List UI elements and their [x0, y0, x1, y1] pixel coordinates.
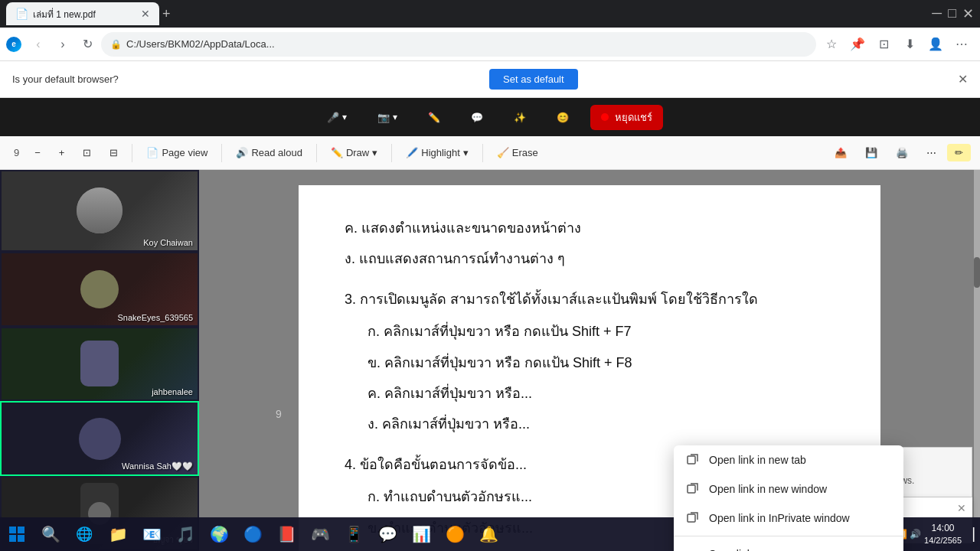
pdf-scrollbar-thumb[interactable] — [974, 257, 980, 288]
page-view-button[interactable]: 📄 Page view — [139, 144, 215, 161]
camera-button[interactable]: 📷 ▾ — [368, 107, 407, 128]
explorer-taskbar-icon: 📁 — [109, 525, 128, 543]
search-taskbar-button[interactable]: 🔍 — [35, 519, 66, 549]
tab-close-button[interactable]: ✕ — [141, 8, 150, 20]
save-button[interactable]: 💾 — [858, 144, 885, 161]
refresh-button[interactable]: ↻ — [77, 34, 98, 55]
pen-icon: ✏️ — [428, 112, 440, 123]
settings-button[interactable]: ⋯ — [949, 32, 974, 57]
address-text: C:/Users/BKM02/AppData/Loca... — [126, 38, 807, 50]
share-button[interactable]: 📤 — [827, 144, 854, 161]
profile-button[interactable]: 👤 — [923, 32, 948, 57]
app3-taskbar-icon: 📱 — [345, 525, 364, 543]
emoji-icon: 😊 — [557, 112, 569, 123]
pdf-line-3a: ก. คลิกเมาส์ที่ปุ่มขวา หรือ กดแป้น Shift… — [368, 319, 835, 344]
more-button[interactable]: ⋯ — [919, 144, 944, 161]
read-aloud-icon: 🔊 — [236, 147, 248, 158]
effects-button[interactable]: ✨ — [505, 107, 535, 128]
close-default-bar-button[interactable]: ✕ — [958, 72, 968, 86]
emoji-button[interactable]: 😊 — [547, 107, 578, 128]
notification-close-button[interactable]: ✕ — [957, 502, 966, 514]
close-button[interactable]: ✕ — [962, 5, 974, 22]
explorer-taskbar-button[interactable]: 📁 — [103, 519, 133, 549]
chat-button[interactable]: 💬 — [462, 107, 492, 128]
zoom-out-button[interactable]: − — [27, 144, 48, 161]
set-default-button[interactable]: Set as default — [489, 69, 578, 90]
collections-button[interactable]: 📌 — [845, 32, 870, 57]
context-menu-open-new-tab[interactable]: Open link in new tab — [674, 445, 903, 474]
app5-taskbar-button[interactable]: 🔔 — [473, 519, 504, 549]
context-menu-open-new-window[interactable]: Open link in new window — [674, 474, 903, 504]
forward-button[interactable]: › — [52, 34, 74, 55]
media-taskbar-icon: 🎵 — [176, 525, 195, 543]
participant-1[interactable]: Koy Chaiwan — [0, 170, 199, 252]
participant-1-name: Koy Chaiwan — [143, 238, 193, 247]
effects-icon: ✨ — [514, 112, 526, 123]
fit-page-button[interactable]: ⊡ — [75, 144, 99, 161]
draw-icon: ✏️ — [331, 147, 343, 158]
start-button[interactable] — [2, 519, 32, 549]
highlight-button[interactable]: 🖊️ Highlight ▾ — [398, 144, 476, 161]
chat-taskbar-button[interactable]: 💬 — [372, 519, 403, 549]
context-menu-open-inprivate[interactable]: Open link in InPrivate window — [674, 504, 903, 533]
edge-taskbar-icon: 🌐 — [76, 526, 93, 543]
open-new-tab-icon — [686, 453, 700, 467]
edge-taskbar-button[interactable]: 🌐 — [69, 519, 100, 549]
participant-4[interactable]: Wannisa Sah🤍🤍 — [0, 401, 199, 476]
context-menu-save-link[interactable]: Save link as — [674, 540, 903, 551]
new-tab-button[interactable]: + — [162, 6, 171, 22]
pdf-line-3d: ง. คลิกเมาส์ที่ปุ่มขวา หรือ... — [368, 412, 835, 436]
pen-toolbar-button[interactable]: ✏ — [947, 144, 971, 161]
toolbar-separator-2 — [221, 144, 222, 162]
pdf-content-area[interactable]: 9 ค. แสดงตำแหน่งและขนาดของหน้าต่าง ง. แถ… — [199, 170, 980, 551]
nav-bar: e ‹ › ↻ 🔒 C:/Users/BKM02/AppData/Loca...… — [0, 28, 980, 61]
pdf-taskbar-button[interactable]: 📊 — [406, 519, 436, 549]
read-aloud-button[interactable]: 🔊 Read aloud — [228, 144, 310, 161]
pdf-section3: 3. การเปิดเมนูลัด สามารถใช้ได้ทั้งเมาส์แ… — [345, 287, 835, 311]
print-button[interactable]: 🖨️ — [888, 144, 916, 161]
camera-icon: 📷 — [377, 112, 390, 123]
mail-taskbar-button[interactable]: 📧 — [136, 519, 167, 549]
app5-taskbar-icon: 🔔 — [479, 525, 498, 543]
minimize-button[interactable]: ─ — [932, 5, 942, 22]
pdf-line-2: ง. แถบแสดงสถานการณ์ทำงานต่าง ๆ — [345, 246, 835, 271]
app4-taskbar-button[interactable]: 🟠 — [439, 519, 470, 549]
page-number: 9 — [9, 147, 24, 158]
app4-taskbar-icon: 🟠 — [446, 525, 465, 543]
page-indicator: 9 — [276, 405, 282, 424]
app3-taskbar-button[interactable]: 📱 — [338, 519, 369, 549]
maximize-button[interactable]: □ — [948, 5, 956, 22]
split-screen-button[interactable]: ⊡ — [871, 32, 896, 57]
svg-rect-1 — [688, 485, 695, 493]
show-desktop-button[interactable]: ▕ — [965, 527, 974, 542]
game1-taskbar-button[interactable]: 🔵 — [237, 519, 268, 549]
favorites-button[interactable]: ☆ — [819, 32, 844, 57]
app1-taskbar-button[interactable]: 📕 — [271, 519, 302, 549]
participant-3[interactable]: jahbenalee — [0, 327, 199, 402]
back-button[interactable]: ‹ — [28, 34, 49, 55]
media-taskbar-button[interactable]: 🎵 — [170, 519, 201, 549]
participant-4-name: Wannisa Sah🤍🤍 — [122, 461, 193, 471]
draw-button[interactable]: ✏️ Draw ▾ — [323, 144, 385, 161]
chat-icon: 💬 — [471, 112, 483, 123]
address-bar[interactable]: 🔒 C:/Users/BKM02/AppData/Loca... — [101, 32, 816, 57]
game1-taskbar-icon: 🔵 — [243, 525, 263, 543]
save-link-label: Save link as — [709, 548, 766, 551]
browser-tab[interactable]: 📄 เล่มที่ 1 new.pdf ✕ — [6, 2, 159, 25]
mic-button[interactable]: 🎤 ▾ — [318, 107, 356, 128]
app2-taskbar-button[interactable]: 🎮 — [305, 519, 335, 549]
fit-width-button[interactable]: ⊟ — [102, 144, 126, 161]
context-separator-1 — [674, 536, 903, 536]
record-dot — [601, 113, 609, 121]
pdf-taskbar-icon: 📊 — [412, 525, 431, 543]
downloads-button[interactable]: ⬇ — [897, 32, 922, 57]
participant-3-name: jahbenalee — [152, 387, 193, 396]
browser2-taskbar-button[interactable]: 🌍 — [204, 519, 234, 549]
participant-2[interactable]: SnakeEyes_639565 — [0, 252, 199, 327]
zoom-in-button[interactable]: + — [51, 144, 73, 161]
pdf-scrollbar[interactable] — [974, 170, 980, 517]
pdf-toolbar: 9 − + ⊡ ⊟ 📄 Page view 🔊 Read aloud ✏️ Dr… — [0, 136, 980, 170]
stop-share-button[interactable]: หยุดแชร์ — [590, 105, 663, 130]
erase-button[interactable]: 🧹 Erase — [489, 144, 546, 161]
pen-button[interactable]: ✏️ — [419, 107, 449, 128]
